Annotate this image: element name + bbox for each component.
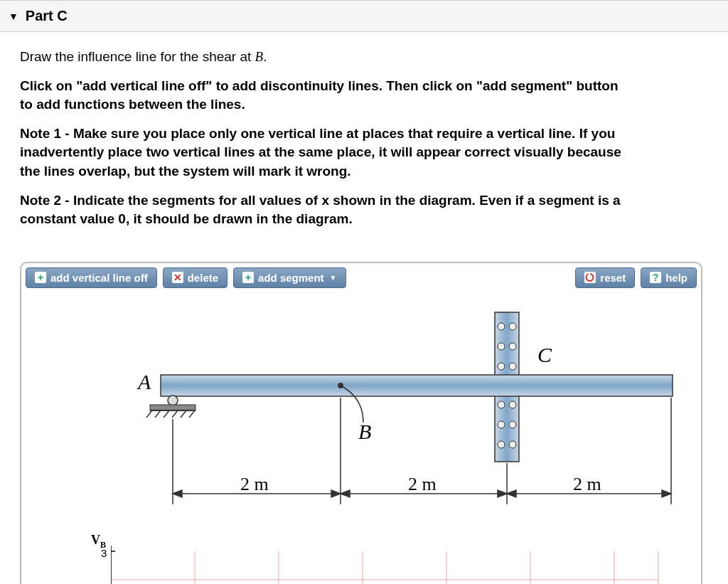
dim-1: 2 m	[240, 474, 269, 494]
svg-line-23	[189, 410, 195, 418]
svg-point-13	[498, 441, 505, 448]
collapse-triangle-icon: ▼	[9, 11, 18, 22]
svg-point-12	[509, 421, 516, 428]
influence-graph[interactable]: VB 3	[111, 538, 673, 584]
svg-point-8	[509, 363, 516, 370]
dim-2: 2 m	[408, 474, 437, 494]
svg-point-4	[509, 323, 516, 330]
svg-rect-16	[150, 405, 196, 410]
help-button[interactable]: ? help	[641, 267, 697, 288]
instruction-note1: Note 1 - Make sure you place only one ve…	[20, 124, 634, 181]
svg-line-18	[146, 410, 152, 418]
svg-marker-37	[662, 490, 671, 497]
svg-marker-36	[507, 490, 516, 497]
chevron-down-icon: ▼	[330, 274, 337, 282]
x-icon: ✕	[172, 272, 183, 283]
reset-icon	[584, 272, 596, 283]
add-segment-button[interactable]: + add segment ▼	[233, 267, 346, 288]
prompt-line: Draw the influence line for the shear at…	[20, 48, 634, 67]
beam-diagram: A B C 2 m 2 m 2 m	[82, 298, 687, 540]
label-A: A	[136, 370, 151, 393]
svg-line-22	[181, 410, 186, 418]
question-icon: ?	[650, 272, 661, 283]
reset-button[interactable]: reset	[575, 267, 635, 288]
part-title: Part C	[26, 8, 68, 24]
svg-point-14	[509, 441, 516, 448]
instruction-note2: Note 2 - Indicate the segments for all v…	[20, 191, 634, 229]
svg-point-7	[498, 363, 505, 370]
svg-point-5	[498, 343, 505, 350]
svg-rect-2	[161, 375, 673, 396]
add-vertical-line-button[interactable]: + add vertical line off	[26, 267, 157, 288]
drawing-applet: + add vertical line off ✕ delete + add s…	[20, 262, 702, 584]
svg-point-11	[498, 421, 505, 428]
svg-point-3	[498, 323, 505, 330]
svg-line-21	[172, 410, 178, 418]
question-content: Draw the influence line for the shear at…	[0, 32, 654, 255]
canvas-area[interactable]: A B C 2 m 2 m 2 m	[26, 291, 697, 584]
part-header[interactable]: ▼ Part C	[0, 0, 728, 32]
delete-button[interactable]: ✕ delete	[163, 267, 228, 288]
label-C: C	[537, 343, 552, 366]
svg-point-15	[168, 395, 178, 405]
svg-point-10	[509, 401, 516, 408]
svg-marker-33	[341, 490, 350, 497]
y-tick-3: 3	[101, 547, 107, 559]
svg-line-20	[164, 410, 169, 418]
svg-point-6	[509, 343, 516, 350]
label-B: B	[358, 420, 371, 443]
instruction-main: Click on "add vertical line off" to add …	[20, 77, 634, 115]
svg-point-9	[498, 401, 505, 408]
dim-3: 2 m	[573, 474, 601, 494]
svg-line-19	[155, 410, 161, 418]
plus-icon: +	[35, 272, 46, 283]
svg-marker-30	[173, 490, 182, 497]
plus-icon: +	[242, 272, 254, 283]
toolbar: + add vertical line off ✕ delete + add s…	[26, 267, 697, 288]
